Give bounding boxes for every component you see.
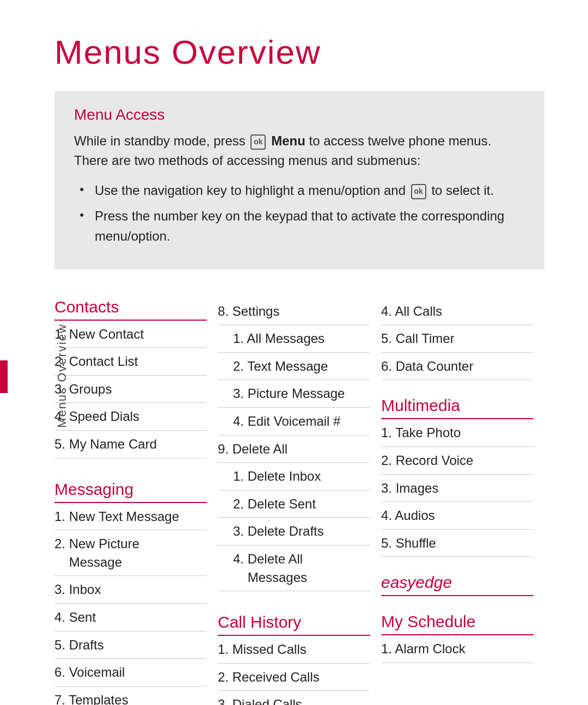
list-item: 1. All Messages bbox=[218, 325, 370, 353]
contacts-list: 1. New Contact 2. Contact List 3. Groups… bbox=[54, 321, 207, 458]
multimedia-list: 1. Take Photo 2. Record Voice 3. Images … bbox=[381, 419, 534, 557]
list-item: 3. Images bbox=[381, 475, 534, 502]
list-item: 7. Templates bbox=[54, 686, 207, 705]
list-item: 3. Groups bbox=[54, 376, 207, 403]
list-item: 3. Picture Message bbox=[218, 380, 370, 408]
easyedge-heading: easyedge bbox=[381, 573, 534, 596]
sidebar-label: Menus Overview bbox=[55, 323, 69, 428]
list-item: 2. Received Calls bbox=[218, 664, 370, 691]
multimedia-heading: Multimedia bbox=[381, 396, 534, 419]
list-item: 2. Delete Sent bbox=[218, 491, 370, 518]
list-item: 5. My Name Card bbox=[54, 431, 207, 458]
list-item: 3. Inbox bbox=[54, 576, 207, 604]
messaging-heading: Messaging bbox=[54, 480, 207, 503]
list-item: 1. New Contact bbox=[54, 321, 207, 348]
list-item: 2. Text Message bbox=[218, 353, 370, 381]
bullet-item: Use the navigation key to highlight a me… bbox=[79, 180, 525, 200]
list-item: 5. Shuffle bbox=[381, 530, 534, 557]
list-item: 9. Delete All bbox=[218, 436, 370, 463]
col2: 8. Settings 1. All Messages 2. Text Mess… bbox=[218, 298, 381, 705]
list-item: 4. Sent bbox=[54, 604, 207, 632]
list-item: 2. New Picture Message bbox=[54, 530, 207, 576]
sidebar-bar bbox=[0, 360, 8, 393]
menu-columns: Contacts 1. New Contact 2. Contact List … bbox=[54, 298, 544, 705]
list-item: 4. All Calls bbox=[381, 298, 534, 326]
col1: Contacts 1. New Contact 2. Contact List … bbox=[54, 298, 218, 705]
menu-access-box: Menu Access While in standby mode, press… bbox=[54, 91, 544, 269]
bullet-list: Use the navigation key to highlight a me… bbox=[74, 180, 525, 247]
my-schedule-heading: My Schedule bbox=[381, 612, 534, 635]
menu-access-paragraph: While in standby mode, press ok Menu to … bbox=[74, 131, 525, 170]
list-item: 4. Audios bbox=[381, 502, 534, 530]
list-item: 1. Alarm Clock bbox=[381, 635, 534, 663]
menu-access-title: Menu Access bbox=[74, 106, 525, 124]
list-item: 2. Record Voice bbox=[381, 447, 534, 475]
list-item: 8. Settings bbox=[218, 298, 370, 326]
contacts-heading: Contacts bbox=[54, 298, 207, 321]
list-item: 6. Data Counter bbox=[381, 353, 534, 381]
list-item: 1. Delete Inbox bbox=[218, 463, 370, 491]
list-item: 3. Dialed Calls bbox=[218, 691, 370, 705]
call-history-heading: Call History bbox=[218, 613, 370, 636]
ok-badge-inline: ok bbox=[411, 184, 426, 199]
list-item: 3. Delete Drafts bbox=[218, 518, 370, 545]
page-title: Menus Overview bbox=[54, 33, 544, 71]
call-history-cont-list: 4. All Calls 5. Call Timer 6. Data Count… bbox=[381, 298, 534, 381]
list-item: 6. Voicemail bbox=[54, 659, 207, 686]
list-item: 1. New Text Message bbox=[54, 503, 207, 531]
call-history-list: 1. Missed Calls 2. Received Calls 3. Dia… bbox=[218, 636, 370, 705]
ok-badge: ok bbox=[250, 134, 266, 150]
col3: 4. All Calls 5. Call Timer 6. Data Count… bbox=[381, 298, 544, 663]
list-item: 5. Call Timer bbox=[381, 325, 534, 353]
settings-list: 8. Settings 1. All Messages 2. Text Mess… bbox=[218, 298, 370, 592]
bullet-item: Press the number key on the keypad that … bbox=[79, 206, 525, 246]
list-item: 2. Contact List bbox=[54, 348, 207, 376]
list-item: 1. Missed Calls bbox=[218, 636, 370, 664]
list-item: 5. Drafts bbox=[54, 632, 207, 659]
list-item: 4. Edit Voicemail # bbox=[218, 408, 370, 436]
my-schedule-list: 1. Alarm Clock bbox=[381, 635, 534, 663]
messaging-list: 1. New Text Message 2. New Picture Messa… bbox=[54, 503, 207, 705]
list-item: 4. Delete All Messages bbox=[218, 545, 370, 591]
list-item: 4. Speed Dials bbox=[54, 403, 207, 431]
list-item: 1. Take Photo bbox=[381, 419, 534, 447]
